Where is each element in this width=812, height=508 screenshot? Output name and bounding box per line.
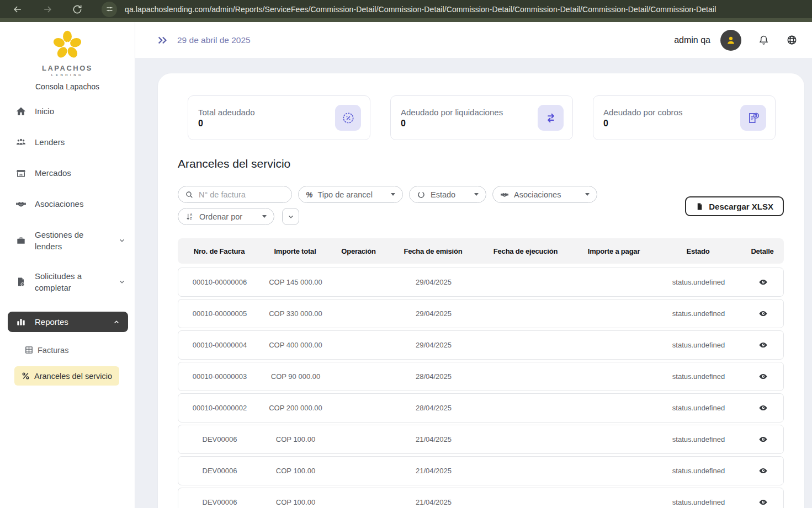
sidebar-item-asociaciones[interactable]: Asociaciones bbox=[0, 198, 135, 210]
search-input[interactable] bbox=[199, 190, 285, 199]
sidebar-item-solicitudes-a-completar[interactable]: Solicitudes a completar bbox=[0, 270, 135, 293]
sidebar-item-aranceles-del-servicio[interactable]: Aranceles del servicio bbox=[14, 366, 119, 386]
table-row: DEV00006COP 100.0021/04/2025status.undef… bbox=[178, 425, 784, 454]
file-icon bbox=[696, 202, 704, 211]
cell-estado: status.undefined bbox=[656, 467, 741, 475]
sidebar-item-gestiones-de-lenders[interactable]: Gestiones de lenders bbox=[0, 229, 135, 252]
sidebar-item-reportes[interactable]: Reportes bbox=[8, 312, 128, 332]
cell-nro: 00010-00000002 bbox=[178, 404, 261, 412]
cell-importe_total: COP 90 000.00 bbox=[261, 372, 330, 381]
table-row: 00010-00000003COP 90 000.0028/04/2025sta… bbox=[178, 362, 784, 391]
view-detail-button[interactable] bbox=[757, 308, 769, 319]
invoice-dollar-icon bbox=[746, 111, 761, 125]
table-row: DEV00006COP 100.0021/04/2025status.undef… bbox=[178, 456, 784, 485]
top-header: 29 de abril de 2025 admin qa bbox=[135, 22, 812, 58]
caret-down-icon bbox=[391, 193, 395, 196]
cell-nro: 00010-00000006 bbox=[178, 278, 261, 286]
stat-card-adeudado-liquidaciones: Adeudado por liquidaciones 0 bbox=[390, 95, 573, 140]
stat-label: Total adeudado bbox=[198, 108, 255, 117]
caret-down-icon bbox=[262, 215, 267, 218]
cell-estado: status.undefined bbox=[656, 435, 741, 443]
chevron-down-icon bbox=[118, 278, 126, 286]
cell-nro: 00010-00000005 bbox=[178, 309, 261, 318]
cell-importe_total: COP 145 000.00 bbox=[261, 278, 330, 286]
view-detail-button[interactable] bbox=[757, 496, 769, 508]
sidebar-item-mercados[interactable]: Mercados bbox=[0, 167, 135, 179]
stat-label: Adeudado por liquidaciones bbox=[401, 108, 503, 117]
sidebar-item-label: Reportes bbox=[35, 316, 68, 328]
filter-label: Tipo de arancel bbox=[317, 190, 372, 199]
brand-subtitle: LENDING bbox=[0, 73, 135, 77]
sidebar-item-lenders[interactable]: Lenders bbox=[0, 136, 135, 148]
reload-icon[interactable] bbox=[72, 4, 83, 15]
column-header: Importe total bbox=[261, 247, 330, 255]
column-header: Fecha de emisión bbox=[388, 247, 479, 255]
cell-detalle bbox=[741, 434, 784, 446]
filter-tipo-de-arancel[interactable]: % Tipo de arancel bbox=[298, 186, 403, 203]
cell-fecha_emision: 21/04/2025 bbox=[388, 467, 479, 475]
globe-icon[interactable] bbox=[786, 34, 798, 46]
invoice-search-field[interactable] bbox=[178, 186, 292, 203]
view-detail-button[interactable] bbox=[757, 276, 769, 288]
svg-text:A: A bbox=[190, 213, 192, 216]
page-background: Total adeudado 0 Adeudado por liquidacio… bbox=[135, 58, 812, 508]
cell-importe_total: COP 100.00 bbox=[261, 498, 330, 506]
download-xlsx-button[interactable]: Descargar XLSX bbox=[685, 196, 784, 216]
cell-fecha_emision: 29/04/2025 bbox=[388, 278, 479, 286]
filter-label: Asociaciones bbox=[514, 190, 561, 199]
cell-fecha_emision: 28/04/2025 bbox=[388, 404, 479, 412]
stat-card-total-adeudado: Total adeudado 0 bbox=[188, 95, 370, 140]
sidebar-item-label: Facturas bbox=[38, 346, 68, 355]
cell-estado: status.undefined bbox=[656, 309, 741, 318]
url-bar[interactable]: qa.lapachoslending.com/admin/Reports/Ser… bbox=[125, 5, 716, 14]
table-row: 00010-00000005COP 330 000.0029/04/2025st… bbox=[178, 299, 784, 328]
double-chevron-icon[interactable] bbox=[156, 34, 168, 46]
table-row: 00010-00000002COP 200 000.0028/04/2025st… bbox=[178, 393, 784, 423]
stat-card-adeudado-cobros: Adeudado por cobros 0 bbox=[593, 95, 776, 140]
view-detail-button[interactable] bbox=[757, 402, 769, 414]
site-settings-chip[interactable] bbox=[102, 2, 117, 17]
cell-detalle bbox=[741, 308, 784, 320]
percent-icon bbox=[21, 371, 30, 381]
view-detail-button[interactable] bbox=[757, 465, 769, 477]
avatar[interactable] bbox=[720, 30, 741, 51]
cell-estado: status.undefined bbox=[656, 372, 741, 381]
back-icon[interactable] bbox=[12, 4, 23, 15]
chevron-down-icon bbox=[118, 237, 126, 244]
cell-fecha_emision: 21/04/2025 bbox=[388, 435, 479, 443]
brand-wordmark: LAPACHOS bbox=[0, 64, 135, 72]
cell-nro: DEV00006 bbox=[178, 435, 261, 443]
stat-value: 0 bbox=[198, 119, 255, 129]
cell-fecha_emision: 21/04/2025 bbox=[388, 498, 479, 506]
forward-icon[interactable] bbox=[42, 4, 53, 15]
cell-detalle bbox=[741, 465, 784, 477]
sort-by-dropdown[interactable]: AZ Ordenar por bbox=[178, 208, 274, 225]
filter-estado[interactable]: Estado bbox=[409, 186, 486, 203]
sidebar-item-inicio[interactable]: Inicio bbox=[0, 105, 135, 117]
download-label: Descargar XLSX bbox=[709, 202, 773, 211]
sidebar-item-label: Asociaciones bbox=[35, 198, 83, 210]
column-header: Importe a pagar bbox=[572, 247, 655, 255]
cell-fecha_emision: 29/04/2025 bbox=[388, 341, 479, 349]
eye-icon bbox=[758, 466, 768, 475]
expand-filters-button[interactable] bbox=[282, 208, 299, 225]
person-icon bbox=[725, 34, 737, 46]
table-grid-icon bbox=[24, 345, 34, 355]
filter-asociaciones[interactable]: Asociaciones bbox=[492, 186, 597, 203]
filter-label: Ordenar por bbox=[199, 212, 242, 221]
caret-down-icon bbox=[585, 193, 590, 196]
stat-value: 0 bbox=[401, 119, 503, 129]
eye-icon bbox=[758, 498, 768, 507]
view-detail-button[interactable] bbox=[757, 339, 769, 351]
console-label: Consola Lapachos bbox=[0, 82, 135, 91]
bell-icon[interactable] bbox=[758, 34, 769, 46]
chevron-down-icon bbox=[287, 213, 295, 221]
sort-az-icon: AZ bbox=[185, 212, 194, 221]
eye-icon bbox=[758, 372, 768, 381]
sidebar-item-facturas[interactable]: Facturas bbox=[0, 345, 135, 355]
cell-detalle bbox=[741, 402, 784, 414]
cell-importe_total: COP 200 000.00 bbox=[261, 404, 330, 412]
view-detail-button[interactable] bbox=[757, 434, 769, 445]
briefcase-icon bbox=[15, 235, 26, 246]
view-detail-button[interactable] bbox=[757, 371, 769, 382]
